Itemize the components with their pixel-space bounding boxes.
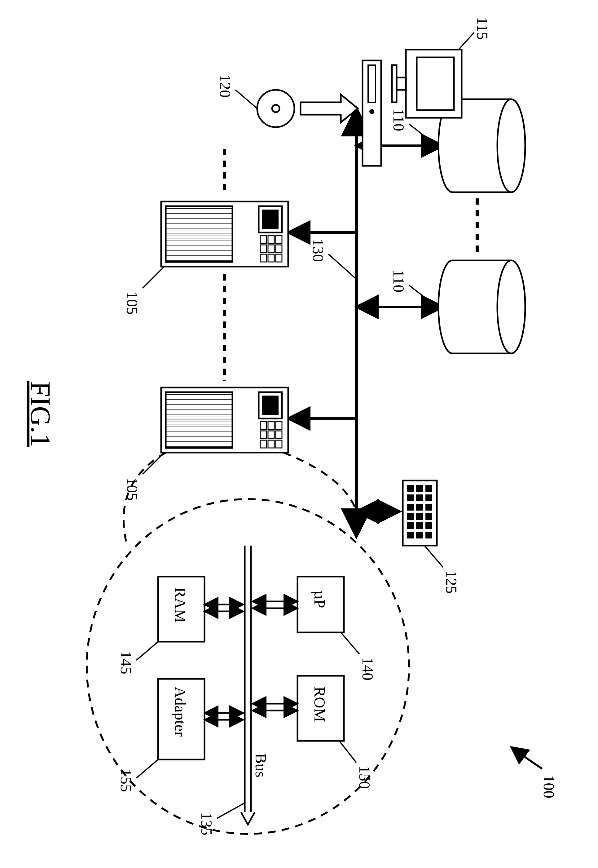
- svg-point-9: [497, 99, 525, 192]
- server-a: [161, 202, 288, 266]
- network-bus-ref: 130: [309, 239, 327, 262]
- switch: [403, 480, 437, 546]
- svg-rect-62: [268, 440, 274, 448]
- svg-rect-45: [276, 245, 282, 253]
- svg-rect-46: [276, 254, 282, 262]
- figure-ref: 100: [540, 775, 558, 798]
- svg-rect-50: [260, 236, 266, 243]
- svg-rect-18: [425, 522, 432, 529]
- svg-rect-51: [260, 245, 266, 253]
- media-disc: [257, 90, 295, 127]
- database-b: [438, 260, 525, 353]
- svg-rect-34: [396, 78, 406, 90]
- svg-point-38: [369, 109, 374, 114]
- svg-rect-19: [425, 532, 432, 539]
- media-ref: 120: [217, 75, 234, 98]
- svg-rect-30: [407, 522, 414, 529]
- svg-rect-17: [425, 513, 432, 520]
- svg-rect-44: [276, 236, 282, 243]
- svg-rect-31: [407, 532, 414, 539]
- svg-text:µP: µP: [311, 591, 329, 608]
- svg-rect-59: [276, 440, 282, 448]
- svg-rect-48: [268, 245, 274, 253]
- svg-rect-28: [407, 504, 414, 510]
- svg-rect-52: [260, 254, 266, 262]
- rom-ref: 150: [356, 766, 373, 789]
- svg-point-11: [497, 260, 525, 353]
- cpu-block: µP: [298, 576, 344, 632]
- svg-rect-16: [425, 504, 432, 510]
- svg-rect-23: [416, 513, 423, 520]
- svg-rect-47: [268, 236, 274, 243]
- ram-ref: 145: [117, 651, 135, 674]
- svg-rect-63: [260, 422, 266, 430]
- database-a-ref: 110: [390, 109, 407, 131]
- svg-rect-61: [268, 431, 274, 438]
- database-b-ref: 110: [390, 270, 407, 292]
- svg-rect-15: [425, 494, 432, 501]
- svg-rect-43: [262, 210, 278, 229]
- server-b: [161, 388, 288, 453]
- server-a-ref: 105: [124, 292, 141, 315]
- switch-ref: 125: [443, 570, 460, 594]
- bus-label: Bus: [252, 753, 269, 777]
- svg-rect-33: [417, 57, 454, 110]
- svg-rect-26: [407, 485, 414, 492]
- adapter-ref: 155: [117, 769, 135, 792]
- svg-rect-14: [425, 485, 432, 492]
- svg-rect-27: [407, 494, 414, 501]
- console: [392, 49, 462, 118]
- adapter-block: Adapter: [158, 679, 205, 759]
- svg-rect-65: [260, 440, 266, 448]
- ram-block: RAM: [158, 576, 205, 642]
- internal-bus-ref: 135: [198, 812, 215, 835]
- svg-rect-24: [416, 522, 423, 529]
- cpu-ref: 140: [359, 657, 377, 681]
- svg-rect-58: [276, 431, 282, 438]
- svg-rect-25: [416, 532, 423, 539]
- svg-rect-37: [368, 65, 375, 102]
- svg-text:RAM: RAM: [172, 587, 189, 623]
- figure-caption: FIG.1: [25, 381, 56, 447]
- svg-rect-60: [268, 422, 274, 430]
- svg-rect-21: [416, 494, 423, 501]
- svg-rect-64: [260, 431, 266, 438]
- svg-rect-56: [262, 395, 278, 415]
- svg-rect-29: [407, 513, 414, 520]
- svg-rect-35: [392, 65, 396, 102]
- svg-rect-53: [166, 206, 232, 262]
- svg-rect-57: [276, 422, 282, 430]
- rom-block: ROM: [298, 676, 344, 741]
- svg-rect-49: [268, 254, 274, 262]
- svg-rect-20: [416, 485, 423, 492]
- svg-rect-22: [416, 504, 423, 510]
- console-ref: 115: [474, 17, 491, 40]
- svg-point-40: [272, 105, 280, 112]
- svg-text:ROM: ROM: [311, 687, 329, 722]
- svg-rect-66: [166, 392, 232, 448]
- svg-text:Adapter: Adapter: [172, 687, 189, 736]
